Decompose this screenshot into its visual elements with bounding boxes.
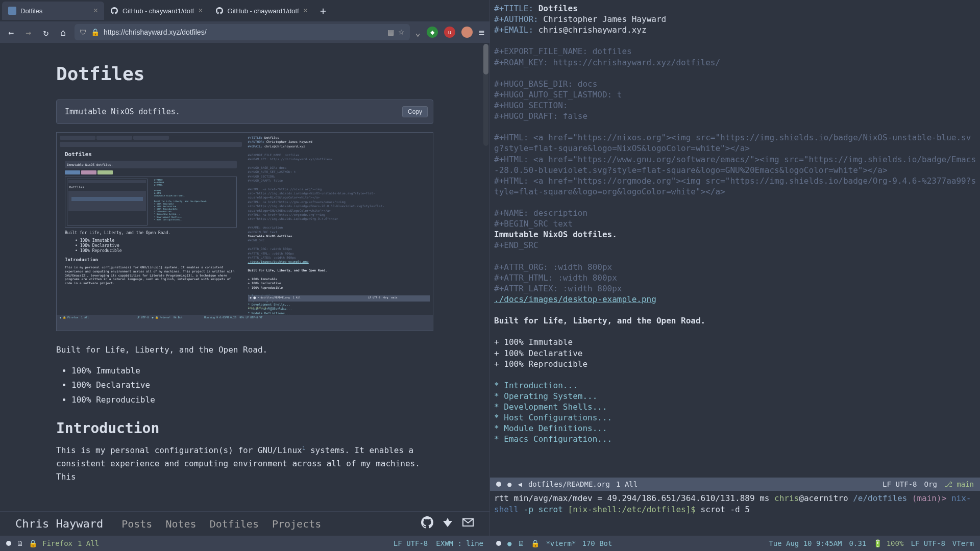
org-editor[interactable]: #+TITLE: Dotfiles #+AUTHOR: Christopher … — [490, 0, 980, 478]
forward-button[interactable]: → — [22, 27, 35, 38]
modeline-firefox: 🗎 🔒 Firefox 1 All LF UTF-8 EXWM : line — [0, 536, 489, 551]
mode: VTerm — [952, 539, 974, 547]
embedded-screenshot: Dotfiles Immutable NixOS dotfiles. Dotfi… — [56, 132, 433, 331]
code-text: Immutable NixOS dotfiles. — [65, 107, 180, 116]
list-item: 100% Immutable — [71, 364, 433, 379]
modeline-terminal: ● 🗎 🔒 *vterm* 170 Bot Tue Aug 10 9:45AM … — [490, 536, 980, 551]
lock-icon: 🔒 — [29, 539, 37, 547]
copy-button[interactable]: Copy — [402, 106, 428, 117]
favicon-icon — [8, 7, 16, 15]
lock-icon: 🔒 — [531, 539, 540, 547]
site-brand[interactable]: Chris Hayward — [15, 517, 103, 530]
browser-viewport[interactable]: Dotfiles Immutable NixOS dotfiles. Copy … — [0, 43, 489, 511]
tab-label: GitHub - chayward1/dotf — [122, 7, 194, 15]
bookmark-icon[interactable]: ☆ — [398, 28, 405, 36]
tab-label: Dotfiles — [20, 7, 89, 15]
tab-dotfiles[interactable]: Dotfiles × — [2, 2, 104, 20]
lock-icon[interactable]: 🔒 — [91, 28, 100, 36]
terminal[interactable]: rtt min/avg/max/mdev = 49.294/186.651/36… — [490, 491, 980, 536]
file-icon: 🗎 — [518, 539, 525, 547]
git-branch: ⎇ main — [944, 480, 974, 488]
status-dot-icon — [496, 482, 501, 487]
pocket-icon[interactable]: ⌄ — [415, 27, 421, 38]
menu-button[interactable]: ≡ — [479, 27, 484, 38]
file-path: dotfiles/README.org — [528, 480, 610, 488]
modified-icon: ● — [507, 480, 511, 488]
modified-icon: ● — [507, 539, 511, 547]
file-icon: 🗎 — [16, 539, 23, 547]
code-block: Immutable NixOS dotfiles. Copy — [56, 99, 433, 124]
site-navigation: Chris Hayward Posts Notes Dotfiles Proje… — [0, 511, 489, 536]
nav-posts[interactable]: Posts — [121, 518, 152, 530]
left-pane: Dotfiles × GitHub - chayward1/dotf × Git… — [0, 0, 490, 551]
tab-label: GitHub - chayward1/dotf — [228, 7, 299, 15]
modeline-editor: ● ◀ dotfiles/README.org 1 All LF UTF-8 O… — [490, 478, 980, 491]
position: 1 All — [616, 480, 638, 488]
close-tab-icon[interactable]: × — [303, 6, 308, 15]
tab-github-2[interactable]: GitHub - chayward1/dotf × — [209, 2, 314, 20]
buffer-name: *vterm* — [546, 539, 576, 547]
right-pane: #+TITLE: Dotfiles #+AUTHOR: Christopher … — [490, 0, 980, 551]
close-tab-icon[interactable]: × — [198, 6, 203, 15]
reload-button[interactable]: ↻ — [40, 27, 52, 38]
page-title: Dotfiles — [56, 63, 433, 84]
close-tab-icon[interactable]: × — [93, 6, 98, 15]
intro-paragraph: This is my personal configuration(s) for… — [56, 444, 433, 483]
position: 170 Bot — [582, 539, 612, 547]
back-button[interactable]: ← — [5, 27, 17, 38]
home-button[interactable]: ⌂ — [57, 27, 69, 38]
position: 1 All — [78, 539, 99, 547]
browser-tab-bar: Dotfiles × GitHub - chayward1/dotf × Git… — [0, 0, 489, 21]
status-dot-icon — [6, 541, 11, 546]
scrollbar-thumb[interactable] — [483, 44, 488, 74]
new-tab-button[interactable]: + — [314, 5, 332, 17]
email-icon[interactable] — [462, 516, 474, 531]
mode: Org — [924, 480, 937, 488]
extension-ublock-icon[interactable]: u — [444, 27, 455, 38]
status-dot-icon — [496, 541, 501, 546]
back-icon: ◀ — [518, 480, 522, 488]
extension-bitwarden-icon[interactable]: ◆ — [427, 27, 438, 38]
datetime: Tue Aug 10 9:45AM — [769, 539, 842, 547]
list-item: 100% Declarative — [71, 378, 433, 393]
shield-icon[interactable]: 🛡 — [80, 28, 87, 36]
list-item: 100% Reproducible — [71, 393, 433, 408]
url-bar[interactable]: 🛡 🔒 https://chrishayward.xyz/dotfiles/ ▤… — [75, 24, 410, 40]
tagline: Built for Life, Liberty, and the Open Ro… — [56, 343, 433, 357]
gitlab-icon[interactable] — [442, 516, 454, 531]
encoding: LF UTF-8 — [911, 539, 945, 547]
extension-icon[interactable] — [461, 27, 473, 38]
nav-projects[interactable]: Projects — [272, 518, 321, 530]
tab-github-1[interactable]: GitHub - chayward1/dotf × — [104, 2, 209, 20]
nav-notes[interactable]: Notes — [165, 518, 196, 530]
encoding: LF UTF-8 — [883, 480, 917, 488]
section-heading: Introduction — [56, 420, 433, 437]
browser-toolbar: ← → ↻ ⌂ 🛡 🔒 https://chrishayward.xyz/dot… — [0, 21, 489, 43]
scrollbar[interactable] — [483, 44, 488, 146]
favicon-github-icon — [110, 7, 118, 15]
encoding: LF UTF-8 — [394, 539, 428, 547]
url-text: https://chrishayward.xyz/dotfiles/ — [104, 28, 383, 36]
mode: EXWM : line — [436, 539, 483, 547]
reader-icon[interactable]: ▤ — [387, 28, 394, 36]
nav-dotfiles[interactable]: Dotfiles — [210, 518, 259, 530]
github-icon[interactable] — [421, 516, 433, 531]
favicon-github-icon — [215, 7, 224, 15]
feature-list: 100% Immutable 100% Declarative 100% Rep… — [71, 364, 433, 408]
battery-status: 🔋 100% — [873, 539, 903, 547]
load-avg: 0.31 — [849, 539, 867, 547]
buffer-name: Firefox — [42, 539, 72, 547]
